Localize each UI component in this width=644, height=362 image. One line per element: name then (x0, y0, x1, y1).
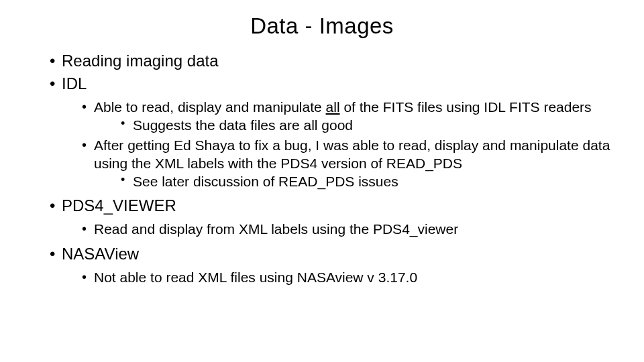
bullet-text-pre: Able to read, display and manipulate (94, 99, 326, 115)
slide-content: Reading imaging data IDL Able to read, d… (0, 51, 644, 286)
bullet-text: Not able to read XML files using NASAvie… (94, 269, 417, 285)
bullet-idl: IDL (50, 74, 617, 94)
bullet-text: IDL (62, 74, 87, 93)
bullet-text: NASAView (62, 245, 139, 263)
bullet-text: Reading imaging data (62, 52, 219, 70)
bullet-pds4-viewer: PDS4_VIEWER (50, 196, 617, 216)
bullet-text-post: of the FITS files using IDL FITS readers (340, 99, 592, 115)
bullet-read-pds: After getting Ed Shaya to fix a bug, I w… (82, 136, 617, 191)
bullet-nasaview-detail: Not able to read XML files using NASAvie… (82, 268, 617, 286)
bullet-text: After getting Ed Shaya to fix a bug, I w… (94, 137, 610, 171)
bullet-pds4-viewer-detail: Read and display from XML labels using t… (82, 220, 617, 238)
slide-title: Data - Images (0, 13, 644, 39)
bullet-idl-fits-readers: Able to read, display and manipulate all… (82, 98, 617, 135)
slide: Data - Images Reading imaging data IDL A… (0, 0, 644, 362)
bullet-reading-imaging-data: Reading imaging data (50, 51, 617, 71)
bullet-text-em: all (326, 99, 340, 115)
bullet-nasaview: NASAView (50, 244, 617, 264)
bullet-text: Suggests the data files are all good (133, 117, 353, 133)
bullet-text: Read and display from XML labels using t… (94, 221, 458, 237)
bullet-text: PDS4_VIEWER (62, 196, 176, 215)
bullet-data-files-good: Suggests the data files are all good (121, 116, 617, 134)
bullet-read-pds-issues: See later discussion of READ_PDS issues (121, 172, 617, 190)
bullet-text: See later discussion of READ_PDS issues (133, 174, 398, 189)
